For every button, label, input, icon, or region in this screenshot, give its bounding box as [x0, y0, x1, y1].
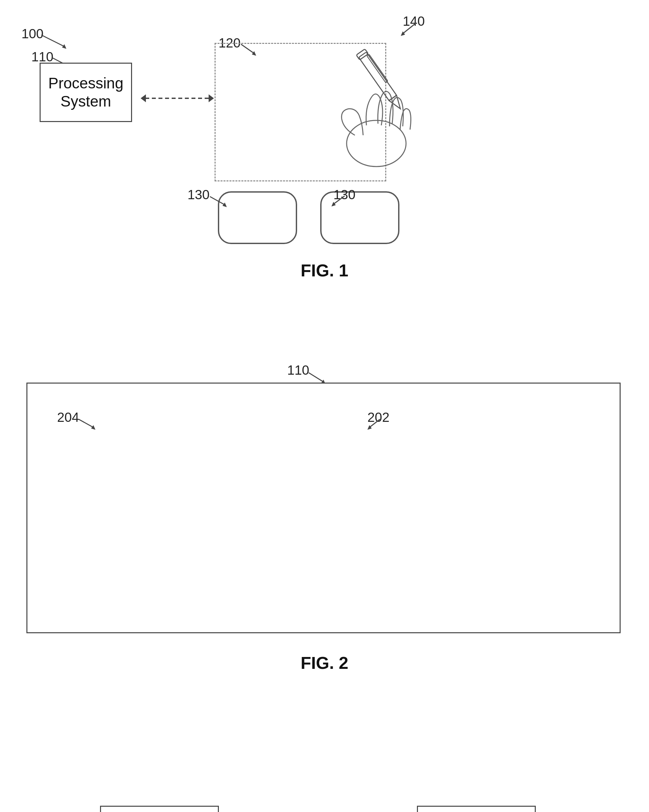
- fig1-caption: FIG. 1: [0, 261, 649, 280]
- label-100-group: 100: [21, 26, 44, 41]
- svg-line-20: [309, 373, 323, 382]
- label-202-group: 202: [367, 410, 390, 425]
- buttons-area: [218, 191, 400, 244]
- label-130-right-group: 130: [334, 187, 355, 202]
- svg-rect-11: [359, 52, 397, 101]
- svg-line-22: [78, 419, 93, 427]
- label-204-arrow-svg: [75, 416, 102, 432]
- label-202-arrow-svg: [363, 416, 383, 432]
- outer-box-fig2: 204 Determination Module 202 Sensor: [26, 383, 621, 633]
- svg-line-24: [369, 419, 380, 427]
- label-130-left-group: 130: [188, 187, 210, 202]
- processing-text-line2: System: [48, 92, 124, 110]
- label-130-left: 130: [188, 187, 210, 202]
- processing-system-box: Processing System: [40, 63, 132, 122]
- svg-line-16: [210, 197, 225, 205]
- processing-system-text: Processing System: [48, 74, 124, 110]
- svg-line-0: [41, 35, 64, 46]
- fig2-caption-text: FIG. 2: [301, 653, 348, 673]
- svg-line-18: [334, 196, 344, 204]
- label-100-arrow-svg: [38, 32, 78, 52]
- label-110-fig2-group: 110: [287, 363, 309, 378]
- fig1-caption-text: FIG. 1: [301, 261, 348, 280]
- processing-text-line1: Processing: [48, 74, 124, 92]
- svg-point-15: [347, 121, 406, 166]
- svg-marker-6: [209, 94, 214, 102]
- label-204-group: 204: [57, 410, 79, 425]
- svg-marker-1: [62, 44, 66, 49]
- svg-marker-4: [141, 94, 146, 102]
- svg-marker-23: [91, 425, 95, 430]
- sensor-module-box: Sensor Module: [417, 806, 536, 812]
- hand-pen-illustration: [277, 18, 449, 170]
- svg-marker-17: [222, 203, 227, 207]
- determination-module-box: Determination Module: [100, 806, 219, 812]
- label-110-group-fig1: 110: [31, 49, 54, 64]
- page: 100 110 Processing System 120: [0, 0, 649, 812]
- fig2-caption: FIG. 2: [0, 653, 649, 673]
- label-130-left-arrow-svg: [207, 193, 233, 210]
- double-arrow-svg: [136, 89, 219, 108]
- label-130-right-arrow-svg: [328, 192, 347, 209]
